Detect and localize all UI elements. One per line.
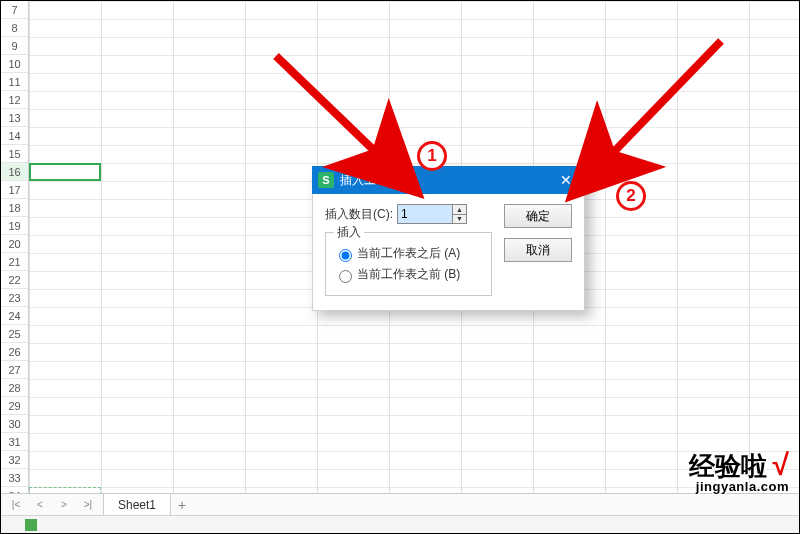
count-spinner[interactable]: ▲ ▼ <box>397 204 467 224</box>
row-header[interactable]: 30 <box>1 415 28 433</box>
watermark: 经验啦 √ jingyanla.com <box>689 450 789 493</box>
row-header[interactable]: 27 <box>1 361 28 379</box>
tab-nav-prev-icon[interactable]: < <box>31 496 49 514</box>
row-header[interactable]: 33 <box>1 469 28 487</box>
insert-sheet-dialog: S 插入工 ✕ 插入数目(C): ▲ ▼ 插入 当前工作表之后 (A) <box>312 166 585 311</box>
check-icon: √ <box>773 448 789 481</box>
row-header[interactable]: 9 <box>1 37 28 55</box>
row-header[interactable]: 8 <box>1 19 28 37</box>
spinner-down-icon[interactable]: ▼ <box>453 215 466 224</box>
row-header[interactable]: 25 <box>1 325 28 343</box>
cancel-label: 取消 <box>526 242 550 259</box>
row-header[interactable]: 21 <box>1 253 28 271</box>
row-header[interactable]: 20 <box>1 235 28 253</box>
radio-before-label: 当前工作表之前 (B) <box>357 266 460 283</box>
sheet-tab[interactable]: Sheet1 <box>103 494 171 516</box>
add-sheet-icon[interactable]: + <box>171 494 193 516</box>
row-header[interactable]: 31 <box>1 433 28 451</box>
radio-after[interactable]: 当前工作表之后 (A) <box>334 245 483 262</box>
callout-2: 2 <box>616 181 646 211</box>
tab-nav-last-icon[interactable]: >| <box>79 496 97 514</box>
ok-label: 确定 <box>526 208 550 225</box>
row-header[interactable]: 28 <box>1 379 28 397</box>
row-header[interactable]: 26 <box>1 343 28 361</box>
watermark-url: jingyanla.com <box>689 480 789 493</box>
row-header[interactable]: 12 <box>1 91 28 109</box>
status-bar <box>1 515 799 533</box>
row-header[interactable]: 14 <box>1 127 28 145</box>
row-header[interactable]: 23 <box>1 289 28 307</box>
row-header[interactable]: 19 <box>1 217 28 235</box>
row-header-column: 7891011121314151617181920212223242526272… <box>1 1 29 499</box>
row-header[interactable]: 22 <box>1 271 28 289</box>
row-header[interactable]: 18 <box>1 199 28 217</box>
tab-nav-first-icon[interactable]: |< <box>7 496 25 514</box>
status-icon <box>25 519 37 531</box>
watermark-title: 经验啦 <box>689 451 767 481</box>
dialog-title: 插入工 <box>340 172 553 189</box>
row-header[interactable]: 13 <box>1 109 28 127</box>
group-title: 插入 <box>334 224 364 241</box>
callout-2-label: 2 <box>626 186 635 206</box>
row-header[interactable]: 11 <box>1 73 28 91</box>
cancel-button[interactable]: 取消 <box>504 238 572 262</box>
insert-position-group: 插入 当前工作表之后 (A) 当前工作表之前 (B) <box>325 232 492 296</box>
row-header[interactable]: 15 <box>1 145 28 163</box>
radio-before[interactable]: 当前工作表之前 (B) <box>334 266 483 283</box>
row-header[interactable]: 24 <box>1 307 28 325</box>
sheet-tabs-bar: |< < > >| Sheet1 + <box>1 493 799 515</box>
count-input[interactable] <box>398 205 452 223</box>
count-label: 插入数目(C): <box>325 206 393 223</box>
close-icon[interactable]: ✕ <box>553 166 579 194</box>
tab-nav-next-icon[interactable]: > <box>55 496 73 514</box>
callout-1-label: 1 <box>427 146 436 166</box>
sheet-tab-label: Sheet1 <box>118 498 156 512</box>
spreadsheet-app-icon: S <box>318 172 334 188</box>
radio-after-label: 当前工作表之后 (A) <box>357 245 460 262</box>
row-header[interactable]: 32 <box>1 451 28 469</box>
row-header[interactable]: 17 <box>1 181 28 199</box>
row-header[interactable]: 16 <box>1 163 28 181</box>
selected-cell[interactable] <box>29 163 101 181</box>
row-header[interactable]: 29 <box>1 397 28 415</box>
ok-button[interactable]: 确定 <box>504 204 572 228</box>
radio-before-input[interactable] <box>339 270 352 283</box>
row-header[interactable]: 10 <box>1 55 28 73</box>
row-header[interactable]: 7 <box>1 1 28 19</box>
callout-1: 1 <box>417 141 447 171</box>
dialog-titlebar[interactable]: S 插入工 ✕ <box>312 166 585 194</box>
spinner-up-icon[interactable]: ▲ <box>453 205 466 215</box>
radio-after-input[interactable] <box>339 249 352 262</box>
